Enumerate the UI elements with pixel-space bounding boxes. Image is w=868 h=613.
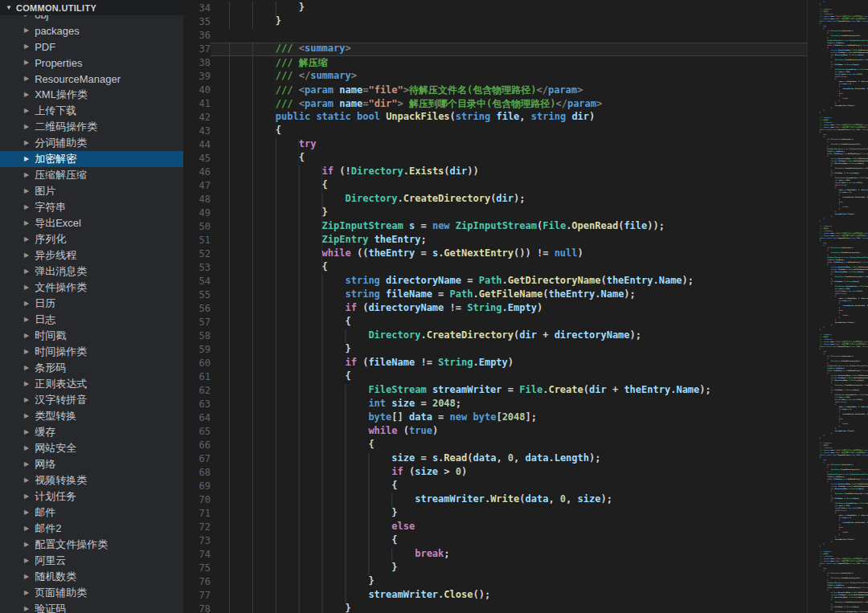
code-line[interactable]: 53{ [183, 261, 807, 275]
code-line[interactable]: 41/// <param name="dir"> 解压到哪个目录中(包含物理路径… [183, 97, 807, 111]
sidebar-item[interactable]: ▶上传下载 [0, 103, 183, 119]
code-line[interactable]: 61{ [183, 370, 807, 384]
code-area[interactable]: 34}35}3637/// <summary>38/// 解压缩39/// </… [183, 2, 807, 613]
sidebar-item[interactable]: ▶弹出消息类 [0, 264, 183, 280]
code-line[interactable]: 57{ [183, 316, 807, 329]
sidebar-item[interactable]: ▶正则表达式 [0, 376, 183, 392]
chevron-right-icon: ▶ [24, 558, 29, 564]
sidebar-item[interactable]: ▶ResourceManager [0, 71, 183, 87]
code-line[interactable]: 42public static bool UnpackFiles(string … [183, 111, 807, 125]
sidebar-item[interactable]: ▶packages [0, 22, 183, 39]
sidebar-item[interactable]: ▶文件操作类 [0, 280, 183, 296]
code-line[interactable]: 49} [183, 206, 807, 220]
code-line[interactable]: 51ZipEntry theEntry; [183, 234, 807, 247]
code-line[interactable]: 75} [183, 562, 807, 575]
sidebar-item[interactable]: ▶验证码 [0, 601, 183, 613]
code-line[interactable]: 65while (true) [183, 425, 807, 439]
code-token: ()) != [859, 370, 866, 371]
sidebar-item[interactable]: ▶二维码操作类 [0, 119, 183, 135]
sidebar-item[interactable]: ▶随机数类 [0, 569, 183, 585]
sidebar-item[interactable]: ▶阿里云 [0, 553, 183, 569]
sidebar-item[interactable]: ▶异步线程 [0, 247, 183, 264]
sidebar-item[interactable]: ▶邮件 [0, 505, 183, 521]
sidebar-item[interactable]: ▶分词辅助类 [0, 135, 183, 151]
code-line[interactable]: 78} [183, 603, 807, 613]
code-line[interactable]: 69{ [183, 480, 807, 493]
code-line[interactable]: 63int size = 2048; [183, 398, 807, 411]
code-line[interactable]: 48Directory.CreateDirectory(dir); [183, 193, 807, 206]
code-line[interactable]: 38/// 解压缩 [183, 56, 807, 70]
code-token: public [820, 562, 825, 564]
sidebar-item[interactable]: ▶压缩解压缩 [0, 167, 183, 183]
sidebar-section-header[interactable]: ▼ COMMON.UTILITY [0, 0, 183, 15]
sidebar-item[interactable]: ▶导出Excel [0, 215, 183, 231]
sidebar-item[interactable]: ▶日历 [0, 296, 183, 312]
sidebar-item[interactable]: ▶视频转换类 [0, 472, 183, 488]
sidebar-item[interactable]: ▶时间操作类 [0, 344, 183, 360]
code-line[interactable]: 46if (!Directory.Exists(dir)) [183, 166, 807, 179]
code-line[interactable]: 35} [183, 15, 807, 29]
code-token: string [862, 345, 868, 347]
code-line[interactable]: 60if (fileName != String.Empty) [183, 357, 807, 370]
code-line[interactable]: 72else [183, 521, 807, 534]
code-line[interactable]: 74break; [183, 548, 807, 562]
sidebar-item[interactable]: ▶PDF [0, 39, 183, 55]
code-line[interactable]: 36 [183, 29, 807, 43]
sidebar-item[interactable]: ▶类型转换 [0, 408, 183, 424]
sidebar-item[interactable]: ▶字符串 [0, 199, 183, 215]
sidebar-item[interactable]: ▶图片 [0, 183, 183, 199]
sidebar-item[interactable]: ▶邮件2 [0, 521, 183, 537]
code-line[interactable]: 54string directoryName = Path.GetDirecto… [183, 275, 807, 288]
sidebar-item[interactable]: ▶计划任务 [0, 488, 183, 505]
code-line[interactable]: 64byte[] data = new byte[2048]; [183, 411, 807, 425]
code-token: ZipInputStream [827, 256, 841, 258]
sidebar-item[interactable]: ▶网络 [0, 456, 183, 472]
sidebar-item[interactable]: ▶时间戳 [0, 328, 183, 344]
code-line[interactable]: 45{ [183, 152, 807, 166]
code-token: string [531, 111, 566, 122]
code-line[interactable]: 68if (size > 0) [183, 466, 807, 480]
minimap[interactable]: }}/// <summary>/// 解压缩/// </summary>/// … [807, 0, 868, 613]
code-line[interactable]: 73{ [183, 534, 807, 548]
code-line[interactable]: 76} [183, 575, 807, 589]
code-line[interactable]: 56if (directoryName != String.Empty) [183, 302, 807, 316]
code-line[interactable]: 44try [183, 138, 807, 152]
code-line[interactable]: 43{ [183, 125, 807, 138]
sidebar-item[interactable]: ▶加密解密 [0, 151, 183, 167]
code-line[interactable]: 39/// </summary> [183, 70, 807, 84]
sidebar-item[interactable]: ▶缓存 [0, 424, 183, 440]
code-token: ) [589, 111, 595, 122]
code-line[interactable]: 70streamWriter.Write(data, 0, size); [183, 493, 807, 507]
sidebar-item[interactable]: ▶Properties [0, 55, 183, 71]
code-token: /// 解压缩 [820, 227, 829, 229]
code-line[interactable]: 67size = s.Read(data, 0, data.Length); [183, 452, 807, 466]
sidebar-item-label: 日历 [35, 296, 55, 311]
code-line[interactable]: 50ZipInputStream s = new ZipInputStream(… [183, 220, 807, 234]
code-line-text: /// <param name="file">待解压文件名(包含物理路径)</p… [211, 84, 807, 97]
code-line[interactable]: 77streamWriter.Close(); [183, 589, 807, 603]
code-editor[interactable]: 34}35}3637/// <summary>38/// 解压缩39/// </… [183, 0, 807, 613]
line-number: 51 [183, 234, 211, 247]
code-line[interactable]: 47{ [183, 179, 807, 193]
sidebar-item[interactable]: ▶序列化 [0, 231, 183, 247]
code-token: FileStream [835, 611, 845, 612]
sidebar-item[interactable]: ▶条形码 [0, 360, 183, 376]
code-token: String [851, 54, 857, 55]
sidebar-item[interactable]: ▶汉字转拼音 [0, 392, 183, 408]
code-line[interactable]: 71} [183, 507, 807, 521]
code-line[interactable]: 59} [183, 343, 807, 357]
code-token: { [299, 152, 305, 163]
sidebar-item[interactable]: ▶页面辅助类 [0, 585, 183, 601]
sidebar-item[interactable]: ▶XML操作类 [0, 87, 183, 103]
code-line[interactable]: 37/// <summary> [183, 43, 807, 56]
code-line[interactable]: 62FileStream streamWriter = File.Create(… [183, 384, 807, 398]
code-line[interactable]: 40/// <param name="file">待解压文件名(包含物理路径)<… [183, 84, 807, 97]
code-line[interactable]: 52while ((theEntry = s.GetNextEntry()) !… [183, 247, 807, 261]
sidebar-item[interactable]: ▶配置文件操作类 [0, 537, 183, 553]
code-line[interactable]: 34} [183, 2, 807, 15]
sidebar-item[interactable]: ▶日志 [0, 312, 183, 328]
code-line[interactable]: 58Directory.CreateDirectory(dir + direct… [183, 329, 807, 343]
code-line[interactable]: 66{ [183, 439, 807, 452]
sidebar-item[interactable]: ▶网站安全 [0, 440, 183, 456]
code-line[interactable]: 55string fileName = Path.GetFileName(the… [183, 288, 807, 302]
